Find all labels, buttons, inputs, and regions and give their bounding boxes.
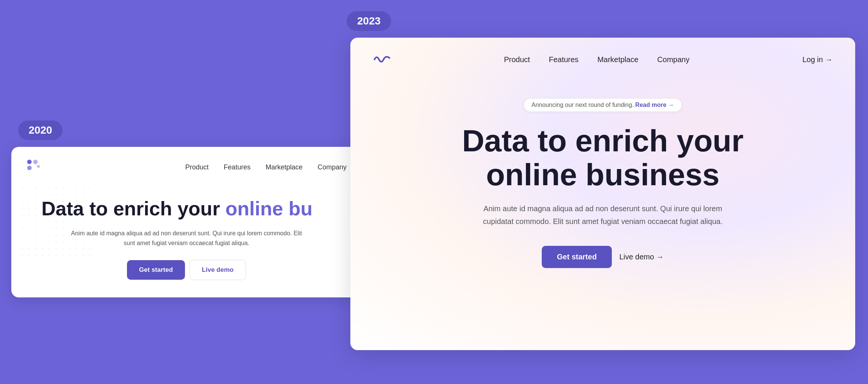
svg-point-3 bbox=[37, 165, 40, 168]
hero-buttons-old: Get started Live demo bbox=[41, 260, 332, 280]
nav-product-new[interactable]: Product bbox=[504, 55, 530, 64]
get-started-button-new[interactable]: Get started bbox=[542, 246, 612, 268]
svg-point-0 bbox=[27, 160, 32, 164]
hero-headline-old: Data to enrich your online bu bbox=[41, 198, 332, 219]
announcement-badge: Announcing our next round of funding. Re… bbox=[524, 98, 682, 112]
announcement-link[interactable]: Read more → bbox=[635, 102, 674, 108]
announcement-text: Announcing our next round of funding. bbox=[532, 102, 634, 108]
hero-body-old: Anim aute id magna aliqua ad ad non dese… bbox=[70, 229, 303, 248]
nav-marketplace-old[interactable]: Marketplace bbox=[266, 163, 303, 171]
nav-features-new[interactable]: Features bbox=[549, 55, 579, 64]
get-started-button-old[interactable]: Get started bbox=[127, 260, 185, 280]
card-2020: Product Features Marketplace Company Dat… bbox=[11, 147, 362, 297]
hero-headline-colored: online bu bbox=[225, 198, 312, 219]
nav-company-old[interactable]: Company bbox=[318, 163, 347, 171]
hero-buttons-new: Get started Live demo → bbox=[396, 246, 810, 268]
svg-point-1 bbox=[33, 160, 38, 164]
logo-old bbox=[26, 159, 41, 175]
live-demo-button-new[interactable]: Live demo → bbox=[619, 253, 664, 261]
hero-headline-new: Data to enrich your online business bbox=[396, 124, 810, 192]
login-link[interactable]: Log in → bbox=[802, 55, 833, 64]
live-demo-button-old[interactable]: Live demo bbox=[189, 260, 246, 280]
nav-new: Product Features Marketplace Company Log… bbox=[373, 51, 833, 68]
card-2023: Product Features Marketplace Company Log… bbox=[350, 38, 855, 350]
nav-product-old[interactable]: Product bbox=[185, 163, 209, 171]
logo-new bbox=[373, 51, 391, 68]
nav-old: Product Features Marketplace Company bbox=[26, 159, 347, 175]
hero-new: Announcing our next round of funding. Re… bbox=[373, 98, 833, 268]
nav-company-new[interactable]: Company bbox=[657, 55, 690, 64]
nav-features-old[interactable]: Features bbox=[224, 163, 251, 171]
svg-point-2 bbox=[27, 166, 32, 170]
nav-marketplace-new[interactable]: Marketplace bbox=[598, 55, 639, 64]
year-badge-2023: 2023 bbox=[347, 11, 391, 31]
hero-old: Data to enrich your online bu Anim aute … bbox=[26, 198, 347, 280]
year-badge-2020: 2020 bbox=[18, 120, 63, 140]
hero-body-new: Anim aute id magna aliqua ad ad non dese… bbox=[467, 202, 738, 228]
